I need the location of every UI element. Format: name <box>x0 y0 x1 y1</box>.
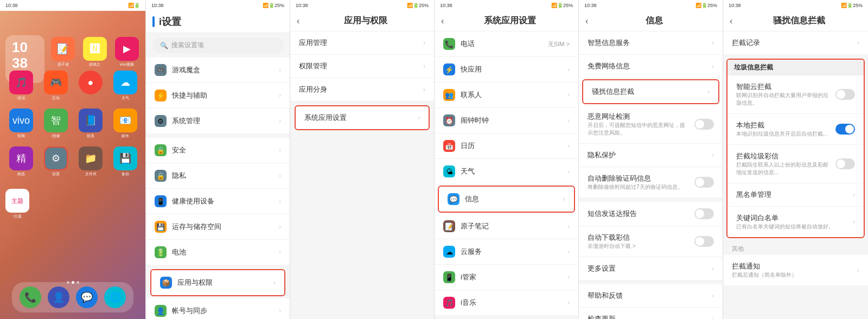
sys-calendar-item[interactable]: 📅 日历 › <box>435 133 578 159</box>
app-grid-row3: vivo 官网 智 i管家 📘 联系 📧 邮件 <box>5 109 141 139</box>
msg-block-item[interactable]: 骚扰信息拦截 › <box>583 80 718 103</box>
settings-item-health[interactable]: 📱 健康使用设备 › <box>146 189 290 214</box>
messages-panel: 10:38 📶🔋25% ‹ 信息 智慧信息服务 › 免费网络信息 › 骚扰信息拦… <box>578 0 723 319</box>
settings-item-storage[interactable]: 💾 运存与储存空间 › <box>146 214 290 240</box>
block-notify[interactable]: 拦截通知 拦截后通知（简名单除外） › <box>723 255 868 285</box>
back-button[interactable]: ‹ <box>585 16 588 26</box>
chevron-icon: › <box>279 146 281 154</box>
sys-app-section: 📞 电话 无SIM > ⚡ 快应用 › 👥 联系人 › ⏰ 闹钟时钟 › 📅 <box>435 31 578 315</box>
msg-send-report[interactable]: 短信发送达报告 <box>579 202 723 226</box>
app-red[interactable]: ● <box>75 71 106 101</box>
dock-browser[interactable]: 🌐 <box>104 286 126 308</box>
block-local-block[interactable]: 本地拦截 本地识别垃圾信息并开启后自动拦截... <box>727 114 864 145</box>
msg-section-2: 短信发送达报告 自动下载彩信 非漫游时自动下载 > 更多设置 › <box>579 202 723 280</box>
send-report-toggle[interactable] <box>694 208 714 219</box>
sa-status-icons: 📶🔋25% <box>551 3 573 8</box>
app-n[interactable]: 🅽 游戏之 <box>81 37 110 67</box>
msg-status-icons: 📶🔋25% <box>695 3 717 8</box>
app-files[interactable]: 📁 文件夹 <box>75 146 106 177</box>
block-cloud-block[interactable]: 智能云拦截 联网识别并自动拦截大量用户举报的垃圾信息。 <box>727 75 864 114</box>
sys-clock-item[interactable]: ⏰ 闹钟时钟 › <box>435 108 578 133</box>
settings-item-game[interactable]: 🎮 游戏魔盒 › <box>146 58 290 83</box>
app-settings-home[interactable]: ⚙ 设置 <box>40 146 72 177</box>
sys-manager-item[interactable]: 📱 i管家 › <box>435 265 578 290</box>
chevron-icon: › <box>853 191 855 199</box>
mms-block-toggle[interactable] <box>835 158 855 169</box>
msg-more[interactable]: 更多设置 › <box>579 257 723 280</box>
sys-music-item[interactable]: 🎵 i音乐 › <box>435 290 578 315</box>
auto-del-toggle[interactable] <box>694 177 714 188</box>
msg-update[interactable]: 检查更新 › <box>579 308 723 319</box>
sys-contacts-item[interactable]: 👥 联系人 › <box>435 82 578 108</box>
settings-item-battery[interactable]: 🔋 电池 › <box>146 240 290 265</box>
sys-app-status-bar: 10:38 📶🔋25% <box>435 0 578 11</box>
settings-section-2: 🔒 安全 › 🔒 隐私 › 📱 健康使用设备 › 💾 运存与储存空间 › 🔋 <box>146 138 290 265</box>
sys-quickapp-item[interactable]: ⚡ 快应用 › <box>435 57 578 82</box>
settings-search[interactable]: 🔍 搜索设置项 <box>152 37 283 53</box>
block-record-item[interactable]: 拦截记录 › <box>723 31 868 54</box>
back-button[interactable]: ‹ <box>441 16 444 26</box>
app-精选[interactable]: 精 精选 <box>5 146 37 177</box>
sys-messages-highlight: 💬 信息 › <box>438 186 575 213</box>
block-blacklist[interactable]: 黑名单管理 › <box>727 183 864 207</box>
app-video[interactable]: ▶ vivo视频 <box>112 37 141 67</box>
sys-notes-item[interactable]: 📝 原子笔记 › <box>435 214 578 239</box>
msg-auto-del[interactable]: 自动删除验证码信息 将删除接收时间超过7天的验证码信息。 <box>579 167 723 197</box>
block-whitelist[interactable]: 关键词白名单 已有白名单关键词的短信将被自动放好。 › <box>727 207 864 237</box>
app-orange[interactable]: 📧 邮件 <box>110 109 141 139</box>
block-mms-block[interactable]: 拦截垃圾彩信 拦截陌生联系人以上份的彩信息及彩邮地址发送的信息... <box>727 145 864 183</box>
local-block-toggle[interactable] <box>835 124 855 135</box>
msg-auto-mms[interactable]: 自动下载彩信 非漫游时自动下载 > <box>579 226 723 257</box>
sys-cloud-item[interactable]: ☁ 云服务 › <box>435 239 578 265</box>
chevron-icon: › <box>567 168 570 175</box>
dock-message[interactable]: 💬 <box>76 286 98 308</box>
app-backup[interactable]: 💾 备份 <box>110 146 141 177</box>
other-section-title: 其他 <box>723 240 868 255</box>
app-vivo[interactable]: vivo 官网 <box>5 109 37 139</box>
app-themes[interactable]: 主题 i主题 <box>5 189 29 219</box>
chevron-icon: › <box>279 307 281 315</box>
msg-smart-service[interactable]: 智慧信息服务 › <box>579 31 723 55</box>
sys-app-settings-item[interactable]: 系统应用设置 › <box>296 106 429 129</box>
msg-privacy[interactable]: 隐私保护 › <box>579 144 723 167</box>
sys-messages-item[interactable]: 💬 信息 › <box>439 187 574 212</box>
dock-contacts[interactable]: 👤 <box>48 286 69 308</box>
block-header: ‹ 骚扰信息拦截 <box>723 11 868 31</box>
chevron-icon: › <box>279 66 281 74</box>
app-music[interactable]: 🎵 i音乐 <box>5 71 37 101</box>
chevron-icon: › <box>712 315 714 319</box>
perm-mgmt-item[interactable]: 权限管理 › <box>290 55 434 78</box>
app-perms-title: 应用与权限 <box>304 15 427 27</box>
app-clone-item[interactable]: 应用分身 › <box>290 78 434 101</box>
settings-status-time: 10:38 <box>151 3 164 8</box>
app-game[interactable]: 🎮 互动 <box>40 71 72 101</box>
msg-malicious[interactable]: 恶意网址检测 开启后，可提醒您短信中的恶意网址，提示您注意风险。 <box>579 105 723 144</box>
app-note[interactable]: 📝 原子读 <box>49 37 78 67</box>
settings-item-apps[interactable]: 📦 应用与权限 › <box>151 270 284 295</box>
sys-phone-item[interactable]: 📞 电话 无SIM > <box>435 31 578 57</box>
app-blue[interactable]: 📘 联系 <box>75 109 106 139</box>
cloud-block-toggle[interactable] <box>835 89 855 100</box>
app-cloud[interactable]: ☁ 天气 <box>110 71 141 101</box>
malicious-toggle[interactable] <box>694 119 714 130</box>
msg-free-net[interactable]: 免费网络信息 › <box>579 55 723 78</box>
app-smart[interactable]: 智 i管家 <box>40 109 72 139</box>
auto-mms-toggle[interactable] <box>694 236 714 247</box>
settings-blue-bar <box>152 16 155 27</box>
sys-app-title: 系统应用设置 <box>448 15 572 27</box>
sys-weather-item[interactable]: 🌤 天气 › <box>435 159 578 184</box>
back-button[interactable]: ‹ <box>297 16 299 26</box>
dock-phone[interactable]: 📞 <box>20 286 41 308</box>
back-button[interactable]: ‹ <box>730 16 732 26</box>
app-perms-header: ‹ 应用与权限 <box>290 11 434 31</box>
settings-item-privacy[interactable]: 🔒 隐私 › <box>146 163 290 189</box>
settings-item-sysmanage[interactable]: ⚙ 系统管理 › <box>146 109 290 133</box>
settings-item-shortcut[interactable]: ⚡ 快捷与辅助 › <box>146 83 290 109</box>
settings-item-account[interactable]: 👤 帐号与同步 › <box>146 298 290 319</box>
app-mgmt-item[interactable]: 应用管理 › <box>290 31 434 55</box>
home-status-bar: 10:38 📶🔋 <box>0 0 145 11</box>
msg-help[interactable]: 帮助和反馈 › <box>579 284 723 308</box>
bl-status-time: 10:38 <box>729 3 741 8</box>
chevron-icon: › <box>418 114 420 122</box>
settings-item-security[interactable]: 🔒 安全 › <box>146 138 290 163</box>
